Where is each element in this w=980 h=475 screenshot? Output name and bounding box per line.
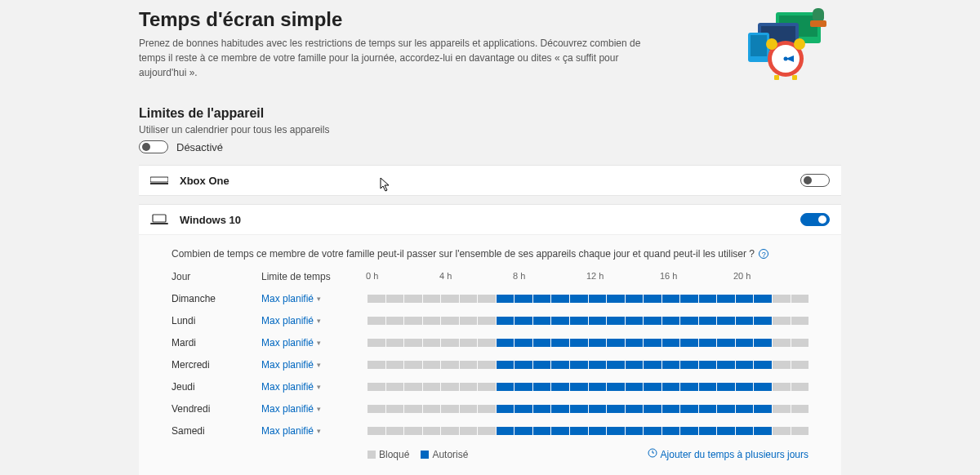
- legend-blocked: Bloqué: [368, 449, 409, 460]
- time-limit-selector[interactable]: Max planifié ▾: [261, 336, 368, 348]
- chevron-down-icon: ▾: [317, 339, 321, 347]
- day-label: Mercredi: [172, 359, 261, 371]
- day-label: Lundi: [172, 315, 261, 326]
- schedule-bar[interactable]: [368, 427, 808, 435]
- chevron-down-icon: ▾: [317, 295, 321, 303]
- schedule-bar[interactable]: [368, 295, 808, 303]
- device-toggle-xbox[interactable]: [800, 174, 830, 187]
- axis-tick: 8 h: [513, 271, 525, 281]
- section-title: Limites de l'appareil: [139, 106, 841, 121]
- device-limits-section: Limites de l'appareil Utiliser un calend…: [139, 106, 841, 153]
- time-limit-selector[interactable]: Max planifié ▾: [261, 358, 368, 371]
- schedule-bar[interactable]: [368, 405, 808, 413]
- day-label: Mardi: [172, 337, 261, 348]
- svg-point-12: [766, 38, 777, 50]
- col-header-limit: Limite de temps: [261, 271, 368, 282]
- col-header-day: Jour: [172, 271, 261, 282]
- day-label: Vendredi: [172, 403, 261, 415]
- day-label: Jeudi: [172, 381, 261, 393]
- day-label: Samedi: [172, 425, 261, 437]
- svg-rect-15: [792, 75, 797, 80]
- device-name: Xbox One: [180, 175, 229, 187]
- schedule-bar[interactable]: [368, 383, 808, 391]
- info-icon[interactable]: ?: [759, 249, 768, 259]
- device-name: Windows 10: [180, 214, 241, 226]
- page-title: Temps d'écran simple: [139, 8, 662, 31]
- time-limit-selector[interactable]: Max planifié ▾: [261, 402, 368, 415]
- svg-point-11: [784, 57, 788, 61]
- time-limit-selector[interactable]: Max planifié ▾: [261, 292, 368, 304]
- schedule-intro: Combien de temps ce membre de votre fami…: [172, 248, 808, 260]
- chevron-down-icon: ▾: [317, 405, 321, 413]
- global-schedule-toggle[interactable]: [139, 140, 168, 153]
- chevron-down-icon: ▾: [317, 383, 321, 391]
- axis-tick: 12 h: [586, 271, 604, 281]
- hero-illustration: [719, 8, 841, 82]
- chevron-down-icon: ▾: [317, 317, 321, 325]
- global-toggle-label: Désactivé: [176, 141, 223, 153]
- svg-rect-17: [150, 183, 168, 184]
- add-time-link[interactable]: Ajouter du temps à plusieurs jours: [648, 448, 808, 460]
- device-toggle-windows[interactable]: [800, 213, 830, 226]
- chevron-down-icon: ▾: [317, 427, 321, 435]
- axis-tick: 4 h: [439, 271, 452, 281]
- svg-rect-19: [150, 223, 168, 224]
- schedule-bar[interactable]: [368, 361, 808, 369]
- device-card-xbox: Xbox One: [139, 165, 841, 196]
- page-subtitle: Prenez de bonnes habitudes avec les rest…: [139, 36, 662, 80]
- device-card-windows: Windows 10 Combien de temps ce membre de…: [139, 204, 841, 475]
- axis-tick: 0 h: [366, 271, 378, 281]
- svg-rect-5: [751, 35, 767, 56]
- schedule-bar[interactable]: [368, 317, 808, 325]
- svg-rect-7: [810, 20, 826, 27]
- axis-tick: 20 h: [733, 271, 751, 281]
- clock-icon: [648, 448, 657, 460]
- day-label: Dimanche: [172, 293, 261, 304]
- svg-point-13: [794, 38, 805, 50]
- time-limit-selector[interactable]: Max planifié ▾: [261, 424, 368, 437]
- time-limit-selector[interactable]: Max planifié ▾: [261, 380, 368, 393]
- chevron-down-icon: ▾: [317, 361, 321, 369]
- schedule-bar[interactable]: [368, 339, 808, 347]
- svg-rect-16: [150, 177, 168, 182]
- axis-tick: 16 h: [660, 271, 677, 281]
- legend-allowed: Autorisé: [421, 449, 468, 460]
- time-limit-selector[interactable]: Max planifié ▾: [261, 314, 368, 326]
- section-subtitle: Utiliser un calendrier pour tous les app…: [139, 124, 841, 135]
- svg-rect-14: [774, 75, 779, 80]
- laptop-icon: [150, 213, 168, 226]
- console-icon: [150, 174, 168, 187]
- svg-rect-18: [153, 215, 166, 222]
- time-axis: 0 h4 h8 h12 h16 h20 h: [368, 271, 808, 282]
